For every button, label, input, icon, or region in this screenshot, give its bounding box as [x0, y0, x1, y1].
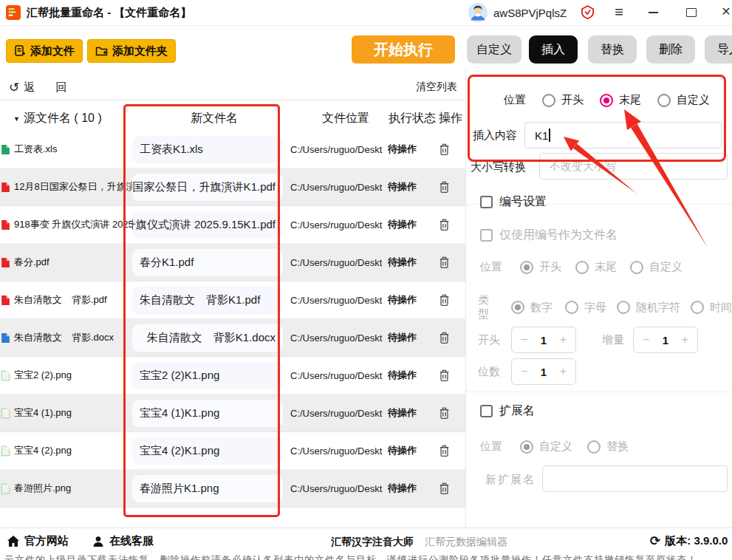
close-icon[interactable]: ✕ — [718, 4, 732, 18]
trash-icon — [439, 219, 450, 231]
radio-position-end-selected[interactable]: 末尾 — [600, 93, 641, 107]
plus-icon[interactable]: + — [560, 333, 567, 346]
radio-ext-replace[interactable]: 替换 — [587, 440, 629, 454]
radio-ext-custom-selected[interactable]: 自定义 — [520, 440, 572, 454]
new-filename-cell[interactable]: 朱自清散文 背影K1.docx — [132, 324, 283, 352]
maximize-icon[interactable] — [686, 8, 697, 17]
case-conversion-select[interactable]: 不改变大小写 — [539, 153, 728, 180]
status-text: 待操作 — [383, 444, 428, 457]
numbering-position-row: 位置 开头 末尾 自定义 — [480, 260, 683, 274]
trash-icon — [439, 407, 450, 420]
column-source-filename[interactable]: ▼ 源文件名 ( 10 ) — [13, 111, 102, 126]
pinyin-app-link[interactable]: 汇帮汉字注音大师 — [331, 536, 414, 549]
radio-num-position-start-selected[interactable]: 开头 — [520, 260, 561, 274]
new-filename-cell[interactable]: 宝宝4 (1)K1.png — [132, 400, 283, 427]
status-text: 待操作 — [383, 482, 428, 495]
pdf-file-icon — [1, 257, 10, 268]
user-avatar[interactable] — [468, 3, 488, 22]
minus-icon[interactable]: − — [521, 333, 527, 346]
start-execute-button[interactable]: 开始执行 — [352, 35, 455, 64]
radio-label: 开头 — [561, 93, 584, 107]
vip-badge-icon[interactable] — [581, 5, 595, 19]
radio-num-position-end[interactable]: 末尾 — [575, 260, 617, 274]
menu-icon[interactable]: ≡ — [610, 4, 628, 21]
start-number-stepper[interactable]: − 1 + — [511, 327, 576, 353]
source-filename: 工资表.xls — [14, 143, 58, 156]
tab-custom[interactable]: 自定义 — [467, 35, 521, 64]
metadata-app-link[interactable]: 汇帮元数据编辑器 — [425, 536, 507, 549]
radio-position-custom[interactable]: 自定义 — [657, 93, 710, 107]
source-filename: 宝宝2 (2).png — [14, 369, 72, 382]
delete-row-button[interactable] — [428, 445, 460, 457]
radio-selected-icon — [520, 261, 533, 274]
source-filename: 春游照片.png — [14, 482, 71, 495]
delete-row-button[interactable] — [428, 256, 460, 269]
source-filename: 宝宝4 (1).png — [14, 406, 72, 420]
minus-icon[interactable]: − — [643, 333, 649, 346]
delete-row-button[interactable] — [428, 482, 460, 495]
back-button[interactable]: ↺ 返 回 — [9, 80, 75, 95]
version-text: 版本: 3.9.0.0 — [665, 534, 728, 548]
online-support-link[interactable]: 在线客服 — [92, 534, 154, 548]
tab-import[interactable]: 导入 — [705, 35, 732, 64]
new-filename-cell[interactable]: 春游照片K1.png — [132, 475, 283, 502]
refresh-icon[interactable]: ⟳ — [650, 533, 660, 549]
radio-type-letter[interactable]: 字母 — [565, 301, 606, 315]
delete-row-button[interactable] — [428, 181, 460, 194]
minus-icon[interactable]: − — [521, 365, 527, 378]
position-label: 位置 — [504, 93, 526, 107]
delete-row-button[interactable] — [428, 219, 460, 231]
plus-icon[interactable]: + — [682, 333, 688, 346]
official-website-link[interactable]: 官方网站 — [7, 534, 69, 548]
delete-row-button[interactable] — [428, 369, 460, 382]
radio-num-position-custom[interactable]: 自定义 — [630, 260, 683, 274]
status-text: 待操作 — [383, 369, 428, 382]
only-number-label: 仅使用编号作为文件名 — [499, 228, 618, 243]
tab-replace[interactable]: 替换 — [588, 35, 637, 64]
numbering-settings-toggle[interactable]: 编号设置 — [480, 194, 547, 210]
plus-icon[interactable]: + — [560, 365, 567, 378]
insert-content-input[interactable]: K1 — [524, 122, 722, 148]
tab-insert-active[interactable]: 插入 — [529, 35, 578, 64]
username-text[interactable]: awS8PVjPqlsZ — [493, 7, 567, 19]
add-file-button[interactable]: 添加文件 — [6, 39, 83, 63]
delete-row-button[interactable] — [428, 294, 460, 307]
insert-content-value: K1 — [535, 129, 548, 142]
radio-label: 随机字符 — [636, 301, 680, 315]
numbering-settings-label: 编号设置 — [499, 194, 547, 210]
radio-position-start[interactable]: 开头 — [542, 93, 584, 107]
table-row: 宝宝2 (2).png 宝宝2 (2)K1.png C:/Users/ruguo… — [0, 357, 465, 395]
add-folder-button[interactable]: 添加文件夹 — [87, 39, 176, 63]
new-filename-cell[interactable]: 12月8日国家公祭日，升旗演讲K1.pdf — [132, 174, 283, 201]
table-row: 朱自清散文 背影.docx 朱自清散文 背影K1.docx C:/Users/r… — [0, 319, 465, 357]
new-filename-cell[interactable]: 宝宝4 (2)K1.png — [132, 437, 283, 465]
clear-list-button[interactable]: 清空列表 — [416, 81, 457, 94]
radio-label: 末尾 — [595, 260, 617, 274]
delete-row-button[interactable] — [428, 332, 460, 344]
file-plus-icon — [14, 45, 26, 57]
undo-icon: ↺ — [9, 80, 19, 95]
delete-row-button[interactable] — [428, 143, 460, 156]
new-extension-input[interactable] — [542, 465, 728, 492]
new-filename-cell[interactable]: 918事变 升旗仪式演讲 2025.9.15K1.pdf — [132, 211, 283, 239]
new-filename-cell[interactable]: 朱自清散文 背影K1.pdf — [132, 287, 283, 314]
extension-toggle[interactable]: 扩展名 — [480, 403, 535, 419]
tab-delete[interactable]: 删除 — [646, 35, 695, 64]
new-filename-cell[interactable]: 工资表K1.xls — [132, 136, 283, 163]
case-conversion-label: 大小写转换 — [471, 160, 526, 174]
radio-type-time[interactable]: 时间 — [691, 301, 732, 315]
new-filename-cell[interactable]: 宝宝2 (2)K1.png — [132, 362, 283, 389]
only-number-toggle[interactable]: 仅使用编号作为文件名 — [480, 228, 618, 243]
delete-row-button[interactable] — [428, 407, 460, 420]
radio-type-number-selected[interactable]: 数字 — [511, 301, 553, 315]
digits-stepper[interactable]: − 1 + — [511, 358, 576, 385]
radio-label: 自定义 — [677, 93, 710, 107]
file-path: C:/Users/ruguo/Deskt — [287, 483, 383, 494]
source-filename: 春分.pdf — [14, 256, 49, 269]
xls-file-icon — [1, 144, 10, 155]
extension-label: 扩展名 — [499, 403, 535, 419]
new-filename-text: 朱自清散文 背影K1.pdf — [140, 293, 260, 307]
radio-type-random[interactable]: 随机字符 — [617, 301, 680, 315]
increment-stepper[interactable]: − 1 + — [633, 327, 698, 353]
new-filename-cell[interactable]: 春分K1.pdf — [132, 249, 283, 276]
